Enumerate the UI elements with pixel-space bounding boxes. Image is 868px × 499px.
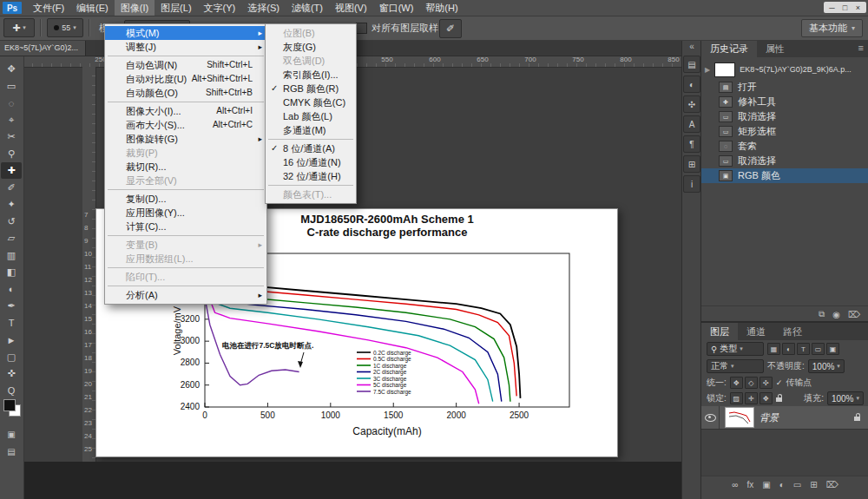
paragraph-panel-icon[interactable]: ¶ <box>683 135 700 153</box>
filter-shape-icon[interactable]: ▭ <box>812 343 825 355</box>
lock-position-icon[interactable]: ✥ <box>760 392 773 404</box>
mode-submenu-item-灰度(G)[interactable]: 灰度(G) <box>266 40 356 54</box>
quick-mask-button[interactable]: ▣ <box>1 427 22 441</box>
mode-submenu-item-16 位/通道(N)[interactable]: 16 位/通道(N) <box>266 155 356 169</box>
filter-type-icon[interactable]: T <box>797 343 810 355</box>
image-menu-item-自动色调(N)[interactable]: 自动色调(N)Shift+Ctrl+L <box>105 58 266 72</box>
crop-tool[interactable]: ✂ <box>1 128 22 145</box>
clone-stamp-tool[interactable]: ✦ <box>1 196 22 213</box>
image-menu-item-画布大小(S)...[interactable]: 画布大小(S)...Alt+Ctrl+C <box>105 118 266 132</box>
layer-row-background[interactable]: 背景 <box>701 406 868 430</box>
maximize-button[interactable]: □ <box>838 2 852 13</box>
menubar-item-帮助(H)[interactable]: 帮助(H) <box>419 0 464 16</box>
mode-submenu-item-索引颜色(I)...[interactable]: 索引颜色(I)... <box>266 68 356 82</box>
menubar-item-图像(I)[interactable]: 图像(I) <box>115 0 155 16</box>
new-layer-icon[interactable]: ⊞ <box>810 480 817 489</box>
link-layers-icon[interactable]: ∞ <box>732 480 738 489</box>
image-menu-item-调整(J)[interactable]: 调整(J) <box>105 40 266 54</box>
new-snapshot-icon[interactable]: ◉ <box>832 310 840 319</box>
image-menu-item-应用图像(Y)...[interactable]: 应用图像(Y)... <box>105 206 266 220</box>
current-tool-button[interactable]: ✚ ▾ <box>3 18 35 37</box>
minimize-button[interactable]: ─ <box>825 2 838 13</box>
clone-source-panel-icon[interactable]: ⊞ <box>683 155 700 173</box>
hand-tool[interactable]: ✜ <box>1 365 22 382</box>
workspace-switcher-button[interactable]: 基本功能 <box>801 19 863 37</box>
opacity-dropdown[interactable]: 100% <box>808 359 845 373</box>
image-menu-item-裁切(R)...[interactable]: 裁切(R)... <box>105 160 266 174</box>
mode-submenu-item-RGB 颜色(R)[interactable]: RGB 颜色(R) <box>266 82 356 95</box>
mode-submenu-item-CMYK 颜色(C)[interactable]: CMYK 颜色(C) <box>266 95 356 109</box>
color-swatches[interactable] <box>3 399 21 417</box>
menubar-item-文字(Y)[interactable]: 文字(Y) <box>198 0 242 16</box>
tab-channels[interactable]: 通道 <box>738 323 774 340</box>
layer-group-icon[interactable]: ▭ <box>793 480 801 489</box>
history-snapshot-row[interactable]: ▶ EK8~5(7L)AY`G0)2B_9K)6A.p... <box>701 61 868 78</box>
image-menu-item-图像旋转(G)[interactable]: 图像旋转(G) <box>105 132 266 146</box>
unify-visibility-icon[interactable]: ◇ <box>745 377 758 389</box>
history-step-打开[interactable]: ▤打开 <box>701 80 868 95</box>
mode-submenu-item-8 位/通道(A)[interactable]: 8 位/通道(A) <box>266 141 356 155</box>
image-menu-item-分析(A)[interactable]: 分析(A) <box>105 288 266 302</box>
image-menu-item-自动颜色(O)[interactable]: 自动颜色(O)Shift+Ctrl+B <box>105 86 266 100</box>
mode-submenu-item-32 位/通道(H)[interactable]: 32 位/通道(H) <box>266 169 356 183</box>
marquee-tool[interactable]: ▭ <box>1 78 22 95</box>
menubar-item-选择(S)[interactable]: 选择(S) <box>241 0 286 16</box>
fill-dropdown[interactable]: 100% <box>827 391 864 405</box>
foreground-color-swatch[interactable] <box>3 399 16 411</box>
menubar-item-窗口(W)[interactable]: 窗口(W) <box>373 0 420 16</box>
pen-tool[interactable]: ✒ <box>1 298 22 314</box>
menubar-item-视图(V)[interactable]: 视图(V) <box>329 0 373 16</box>
lasso-tool[interactable]: ◌ <box>1 95 22 111</box>
tab-paths[interactable]: 路径 <box>774 323 811 340</box>
character-panel-icon[interactable]: A <box>683 115 700 133</box>
zoom-tool[interactable]: Q <box>1 383 22 399</box>
shape-tool[interactable]: ▢ <box>1 349 22 365</box>
close-button[interactable]: × <box>852 2 865 13</box>
history-step-套索[interactable]: ◌套索 <box>701 139 868 154</box>
image-menu-item-计算(C)...[interactable]: 计算(C)... <box>105 220 266 233</box>
info-panel-icon[interactable]: i <box>683 175 700 193</box>
panel-menu-icon[interactable]: ≡ <box>858 43 864 53</box>
styles-panel-icon[interactable]: ✣ <box>683 95 700 113</box>
menubar-item-滤镜(T)[interactable]: 滤镜(T) <box>286 0 329 16</box>
path-selection-tool[interactable]: ► <box>1 332 22 348</box>
tab-properties[interactable]: 属性 <box>757 40 793 57</box>
image-menu-item-复制(D)...[interactable]: 复制(D)... <box>105 192 266 206</box>
lock-pixels-icon[interactable]: ✛ <box>745 392 758 404</box>
history-step-矩形选框[interactable]: ▭矩形选框 <box>701 124 868 139</box>
screen-mode-button[interactable]: ▤ <box>1 444 22 458</box>
expand-panels-button[interactable]: « <box>682 40 701 53</box>
blend-mode-dropdown[interactable]: 正常 <box>707 359 764 373</box>
history-step-RGB 颜色[interactable]: ▣RGB 颜色 <box>701 168 868 183</box>
dodge-tool[interactable]: ◐ <box>1 281 22 298</box>
layer-style-icon[interactable]: fx <box>746 480 753 489</box>
toggle-brush-panel-button[interactable]: ✐ <box>439 19 462 38</box>
document-tab[interactable]: EK8~5(7L)AY`G0)2... <box>0 40 86 56</box>
lock-transparent-icon[interactable]: ▨ <box>730 392 743 404</box>
layer-filter-dropdown[interactable]: ⚲ 类型 <box>707 342 764 356</box>
quick-selection-tool[interactable]: ⌖ <box>1 112 22 128</box>
unify-style-icon[interactable]: ✣ <box>760 377 773 389</box>
adjustments-panel-icon[interactable]: ◐ <box>683 76 700 93</box>
move-tool[interactable]: ✥ <box>1 61 22 77</box>
menubar-item-图层(L)[interactable]: 图层(L) <box>155 0 197 16</box>
history-brush-tool[interactable]: ↺ <box>1 213 22 230</box>
filter-smart-icon[interactable]: ▣ <box>826 343 839 355</box>
layer-visibility-cell[interactable] <box>701 406 720 429</box>
delete-layer-icon[interactable]: ⌦ <box>826 480 838 489</box>
menubar-item-文件(F)[interactable]: 文件(F) <box>27 0 70 16</box>
sample-all-layers-checkbox[interactable] <box>356 23 367 34</box>
unify-position-icon[interactable]: ✥ <box>730 377 743 389</box>
mode-submenu-item-Lab 颜色(L)[interactable]: Lab 颜色(L) <box>266 109 356 123</box>
new-doc-from-state-icon[interactable]: ⧉ <box>819 309 825 319</box>
filter-adjustment-icon[interactable]: ◐ <box>782 343 795 355</box>
gradient-tool[interactable]: ▥ <box>1 247 22 264</box>
eraser-tool[interactable]: ▱ <box>1 230 22 246</box>
adjustment-layer-icon[interactable]: ◐ <box>779 480 785 489</box>
history-step-修补工具[interactable]: ✚修补工具 <box>701 95 868 109</box>
delete-state-icon[interactable]: ⌦ <box>848 310 860 319</box>
blur-tool[interactable]: ◧ <box>1 264 22 280</box>
menubar-item-编辑(E)[interactable]: 编辑(E) <box>70 0 115 16</box>
tab-history[interactable]: 历史记录 <box>701 40 757 57</box>
layer-mask-icon[interactable]: ▣ <box>762 480 770 489</box>
